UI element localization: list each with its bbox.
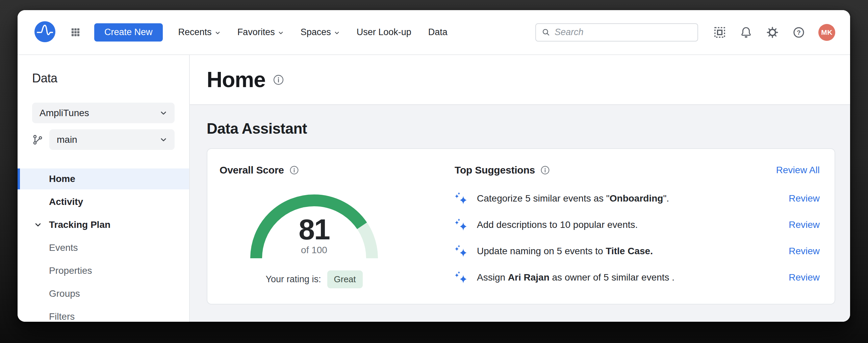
main-area: Home Data Assistant <box>190 55 850 322</box>
chevron-down-icon[interactable] <box>34 221 42 229</box>
nav-item-data[interactable]: Data <box>428 27 448 37</box>
apps-grid-icon[interactable] <box>70 27 81 37</box>
page-header: Home <box>190 55 850 105</box>
branch-select-value: main <box>57 134 77 145</box>
overall-score-title: Overall Score <box>220 164 284 176</box>
overall-score-heading: Overall Score <box>220 164 409 176</box>
review-link[interactable]: Review <box>789 193 820 204</box>
help-icon[interactable]: ? <box>793 26 805 38</box>
branch-row: main <box>32 129 175 150</box>
info-icon[interactable] <box>273 74 284 85</box>
page-title: Home <box>207 67 265 92</box>
top-navbar: Create New RecentsFavoritesSpacesUser Lo… <box>18 10 850 55</box>
workspace-select-value: AmpliTunes <box>40 108 89 118</box>
sidebar-item-label: Filters <box>49 311 75 322</box>
content-area: Data Assistant Overall Score <box>190 105 850 322</box>
review-link[interactable]: Review <box>789 219 820 230</box>
amplitude-logo-icon[interactable] <box>34 21 55 44</box>
sidebar-item-activity[interactable]: Activity <box>18 191 189 212</box>
section-title: Data Assistant <box>207 121 835 137</box>
gear-icon[interactable] <box>766 26 778 38</box>
sidebar-title: Data <box>32 71 189 86</box>
bell-icon[interactable] <box>740 26 752 38</box>
nav-links: RecentsFavoritesSpacesUser Look-upData <box>178 27 448 37</box>
sidebar-item-label: Tracking Plan <box>49 219 110 230</box>
suggestion-text: Update naming on 5 events to Title Case. <box>477 246 789 257</box>
overall-score-panel: Overall Score <box>220 164 409 304</box>
workspace-select[interactable]: AmpliTunes <box>32 103 175 123</box>
nav-item-user-look-up[interactable]: User Look-up <box>357 27 411 37</box>
nav-item-label: Recents <box>178 27 212 37</box>
sidebar-item-label: Activity <box>49 196 83 207</box>
desktop-background: Create New RecentsFavoritesSpacesUser Lo… <box>0 0 868 343</box>
suggestion-text: Categorize 5 similar events as "Onboardi… <box>477 193 789 204</box>
rating-badge: Great <box>327 270 363 288</box>
review-link[interactable]: Review <box>789 246 820 257</box>
sidebar-item-label: Properties <box>49 265 92 276</box>
sparkles-icon <box>455 245 467 258</box>
score-gauge: 81 of 100 <box>250 194 378 259</box>
sidebar-nav: HomeActivityTracking PlanEventsPropertie… <box>18 168 189 322</box>
sparkles-icon <box>455 192 467 205</box>
nav-item-label: Data <box>428 27 448 37</box>
gauge-labels: 81 of 100 <box>250 194 378 259</box>
sidebar-item-properties[interactable]: Properties <box>18 260 189 281</box>
suggestion-row: Add descriptions to 10 popular events.Re… <box>455 212 820 238</box>
search-icon <box>541 28 551 37</box>
sidebar-item-tracking-plan[interactable]: Tracking Plan <box>18 214 189 235</box>
nav-item-label: Favorites <box>237 27 275 37</box>
app-window: Create New RecentsFavoritesSpacesUser Lo… <box>18 10 850 322</box>
sidebar-item-home[interactable]: Home <box>18 168 189 189</box>
suggestion-text: Assign Ari Rajan as owner of 5 similar e… <box>477 272 789 283</box>
git-branch-icon <box>32 134 44 146</box>
suggestion-text: Add descriptions to 10 popular events. <box>477 219 789 230</box>
rating-row: Your rating is: Great <box>250 270 378 288</box>
search-box[interactable] <box>535 23 698 42</box>
chevron-down-icon <box>160 136 167 143</box>
data-assistant-card: Overall Score <box>207 148 835 305</box>
sparkles-icon <box>455 271 467 284</box>
sidebar-item-groups[interactable]: Groups <box>18 283 189 304</box>
suggestions-title: Top Suggestions <box>455 164 535 176</box>
suggestions-heading: Top Suggestions <box>455 164 550 176</box>
review-link[interactable]: Review <box>789 272 820 283</box>
sidebar: Data AmpliTunes main <box>18 55 190 322</box>
nav-item-favorites[interactable]: Favorites <box>237 27 284 37</box>
info-icon[interactable] <box>540 165 550 175</box>
search-input[interactable] <box>555 27 692 37</box>
score-max-label: of 100 <box>301 245 327 256</box>
sidebar-item-label: Events <box>49 242 78 253</box>
sidebar-item-events[interactable]: Events <box>18 237 189 258</box>
nav-item-spaces[interactable]: Spaces <box>301 27 340 37</box>
info-icon[interactable] <box>289 165 299 175</box>
rating-label: Your rating is: <box>265 274 321 285</box>
svg-text:?: ? <box>797 29 800 36</box>
suggestion-row: Update naming on 5 events to Title Case.… <box>455 238 820 264</box>
nav-item-recents[interactable]: Recents <box>178 27 221 37</box>
top-suggestions-panel: Top Suggestions Re <box>455 164 820 304</box>
create-new-button[interactable]: Create New <box>94 23 163 42</box>
suggestion-row: Categorize 5 similar events as "Onboardi… <box>455 185 820 212</box>
sparkles-icon <box>455 218 467 231</box>
score-value: 81 <box>299 215 330 243</box>
user-avatar[interactable]: MK <box>818 24 835 41</box>
suggestions-header: Top Suggestions Re <box>455 164 820 176</box>
sidebar-item-filters[interactable]: Filters <box>18 306 189 322</box>
nav-item-label: Spaces <box>301 27 331 37</box>
nav-item-label: User Look-up <box>357 27 411 37</box>
chevron-down-icon <box>160 109 167 117</box>
review-all-link[interactable]: Review All <box>776 165 820 176</box>
suggestions-list: Categorize 5 similar events as "Onboardi… <box>455 185 820 291</box>
sidebar-item-label: Home <box>49 174 75 184</box>
suggestion-row: Assign Ari Rajan as owner of 5 similar e… <box>455 264 820 291</box>
sidebar-item-label: Groups <box>49 288 80 299</box>
branch-select[interactable]: main <box>49 129 175 150</box>
navbar-icons: ? <box>714 26 805 38</box>
dashed-frame-icon[interactable] <box>714 26 726 38</box>
